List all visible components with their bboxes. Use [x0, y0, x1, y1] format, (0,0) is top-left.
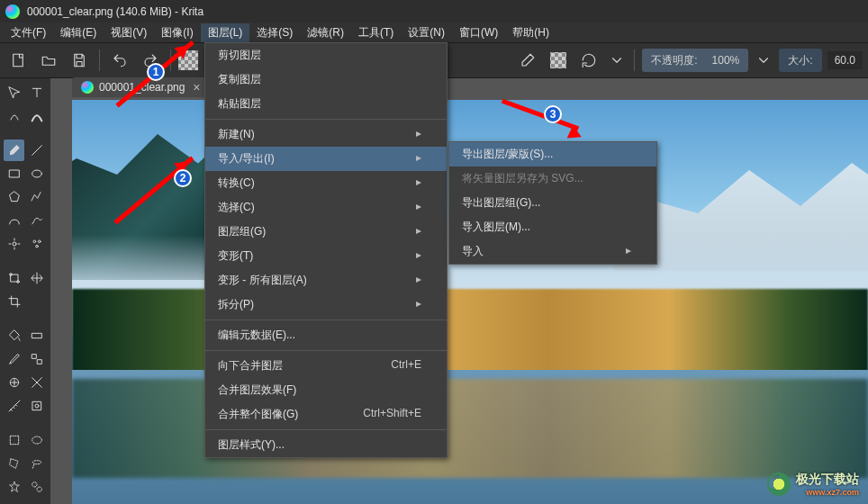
polygon-tool-icon[interactable]	[4, 186, 24, 208]
lasso-select-icon[interactable]	[26, 453, 47, 474]
size-input[interactable]: 大小:	[779, 49, 821, 72]
menu-item[interactable]: 粘贴图层	[205, 92, 447, 116]
menu-item[interactable]: 导入图层(M)...	[449, 215, 656, 239]
menu-item[interactable]: 图层样式(Y)...	[205, 433, 447, 457]
chevron-right-icon: ▸	[416, 151, 421, 166]
svg-point-5	[38, 240, 41, 243]
opacity-label: 不透明度:	[651, 53, 697, 68]
menu-item[interactable]: 工具(T)	[351, 23, 401, 42]
menu-item[interactable]: 编辑(E)	[53, 23, 104, 42]
menu-item: 将矢量图层另存为 SVG...	[449, 166, 656, 191]
annotation-arrow	[576, 140, 585, 148]
move-tool-icon[interactable]	[4, 82, 24, 104]
ellipse-tool-icon[interactable]	[26, 163, 47, 184]
rect-select-icon[interactable]	[4, 429, 24, 451]
similar-select-icon[interactable]	[26, 476, 47, 498]
separator	[99, 50, 100, 71]
menu-item[interactable]: 向下合并图层Ctrl+E	[205, 354, 447, 378]
undo-icon[interactable]	[107, 48, 132, 73]
import-export-submenu: 导出图层/蒙版(S)...将矢量图层另存为 SVG...导出图层组(G)...导…	[448, 141, 657, 265]
chevron-down-icon[interactable]	[607, 50, 627, 70]
menu-item[interactable]: 图层组(G)▸	[205, 220, 447, 244]
svg-rect-0	[14, 54, 23, 67]
brush-tool-icon[interactable]	[4, 140, 24, 161]
menu-item[interactable]: 剪切图层	[205, 43, 447, 68]
menu-item[interactable]: 设置(N)	[401, 23, 452, 42]
opacity-value: 100%	[712, 54, 740, 67]
menu-item[interactable]: 导入/导出(I)▸	[205, 147, 447, 171]
menu-item[interactable]: 图层(L)	[201, 23, 250, 42]
menu-item[interactable]: 选择(C)▸	[205, 195, 447, 220]
menu-item[interactable]: 帮助(H)	[505, 23, 556, 42]
save-file-icon[interactable]	[67, 48, 92, 73]
close-icon[interactable]: ×	[190, 81, 203, 94]
rectangle-tool-icon[interactable]	[4, 163, 24, 184]
menu-item[interactable]: 转换(C)▸	[205, 171, 447, 195]
toolbox	[0, 78, 50, 504]
bezier-tool-icon[interactable]	[4, 210, 24, 231]
contiguous-select-icon[interactable]	[4, 476, 24, 498]
menu-item[interactable]: 导出图层组(G)...	[449, 191, 656, 215]
menu-item[interactable]: 拆分(P)▸	[205, 292, 447, 317]
crop-tool-icon[interactable]	[4, 291, 24, 312]
menu-item[interactable]: 导入▸	[449, 239, 656, 264]
line-tool-icon[interactable]	[26, 140, 47, 161]
menu-separator	[205, 119, 447, 120]
annotation-badge-1: 1	[147, 63, 165, 81]
transform-tool-icon[interactable]	[4, 267, 24, 289]
reference-tool-icon[interactable]	[26, 395, 47, 417]
calligraphy-icon[interactable]	[26, 105, 47, 127]
menu-item[interactable]: 新建(N)▸	[205, 122, 447, 147]
gradient-tool-icon[interactable]	[26, 325, 47, 346]
layer-menu-dropdown: 剪切图层复制图层粘贴图层新建(N)▸导入/导出(I)▸转换(C)▸选择(C)▸图…	[204, 42, 448, 458]
fill-tool-icon[interactable]	[4, 325, 24, 346]
menu-item[interactable]: 合并图层效果(F)	[205, 378, 447, 402]
menu-item[interactable]: 滤镜(R)	[300, 23, 351, 42]
dynamic-brush-icon[interactable]	[4, 233, 24, 255]
eraser-mode-icon[interactable]	[515, 48, 540, 73]
svg-point-4	[33, 240, 36, 243]
svg-rect-1	[9, 170, 19, 177]
menu-item[interactable]: 图像(I)	[154, 23, 200, 42]
menu-item[interactable]: 文件(F)	[4, 23, 53, 42]
alpha-lock-icon[interactable]	[546, 48, 571, 73]
chevron-right-icon: ▸	[416, 248, 421, 264]
freehand-path-icon[interactable]	[26, 210, 47, 231]
measure-tool-icon[interactable]	[4, 395, 24, 417]
move-layer-icon[interactable]	[26, 267, 47, 289]
new-file-icon[interactable]	[5, 48, 31, 73]
reload-preset-icon[interactable]	[576, 48, 601, 73]
color-picker-icon[interactable]	[4, 348, 24, 370]
svg-rect-11	[32, 355, 36, 359]
multibrush-icon[interactable]	[26, 233, 47, 255]
opacity-input[interactable]: 不透明度: 100%	[642, 49, 748, 72]
smart-fill-icon[interactable]	[4, 372, 24, 393]
size-value[interactable]: 60.0	[827, 51, 863, 69]
svg-point-6	[35, 245, 38, 248]
menu-item[interactable]: 选择(S)	[249, 23, 300, 42]
chevron-down-icon[interactable]	[754, 50, 773, 70]
text-tool-icon[interactable]	[26, 82, 47, 104]
menu-item[interactable]: 变形(T)▸	[205, 244, 447, 268]
separator	[634, 50, 635, 71]
pattern-edit-icon[interactable]	[26, 348, 47, 370]
poly-select-icon[interactable]	[4, 453, 24, 474]
menu-item[interactable]: 导出图层/蒙版(S)...	[449, 142, 656, 166]
menu-item[interactable]: 窗口(W)	[452, 23, 505, 42]
svg-rect-16	[10, 436, 18, 444]
open-file-icon[interactable]	[36, 48, 61, 73]
titlebar: 000001_clear.png (140.6 MiB) - Krita	[0, 0, 868, 22]
menu-item[interactable]: 编辑元数据(E)...	[205, 323, 447, 347]
menu-item[interactable]: 复制图层	[205, 68, 447, 92]
chevron-right-icon: ▸	[416, 127, 421, 142]
menu-item[interactable]: 视图(V)	[104, 23, 154, 42]
edit-shapes-icon[interactable]	[4, 105, 24, 127]
menu-item[interactable]: 变形 - 所有图层(A)▸	[205, 268, 447, 292]
blank-icon	[26, 291, 47, 312]
ellipse-select-icon[interactable]	[26, 429, 47, 451]
svg-rect-12	[37, 360, 41, 364]
menu-item[interactable]: 合并整个图像(G)Ctrl+Shift+E	[205, 402, 447, 427]
assist-tool-icon[interactable]	[26, 372, 47, 393]
chevron-right-icon: ▸	[416, 224, 421, 239]
polyline-tool-icon[interactable]	[26, 186, 47, 208]
